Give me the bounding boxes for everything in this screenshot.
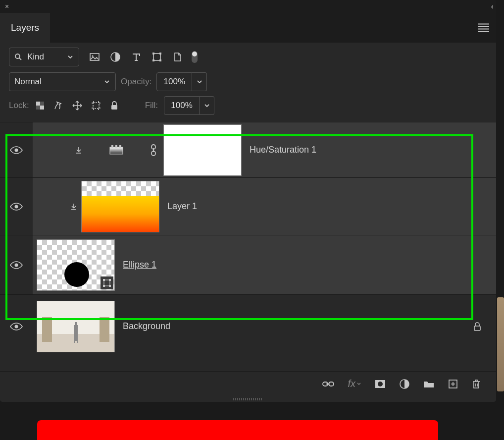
canvas-red-object <box>37 420 438 440</box>
visibility-icon[interactable] <box>10 146 23 155</box>
fill-value: 100% <box>171 101 192 110</box>
layer-row[interactable]: Layer 1 <box>0 178 496 235</box>
opacity-value: 100% <box>164 77 185 87</box>
search-icon <box>14 53 22 61</box>
panel-titlebar: × ‹‹ <box>0 0 496 13</box>
svg-rect-2 <box>90 54 99 60</box>
lock-image-icon[interactable] <box>53 100 64 111</box>
lock-artboard-icon[interactable] <box>91 100 101 111</box>
filter-row: Kind <box>0 43 496 70</box>
panel-menu-icon[interactable] <box>478 22 489 34</box>
opacity-label: Opacity: <box>121 77 151 87</box>
new-group-icon[interactable] <box>423 379 435 389</box>
filter-adjustment-icon[interactable] <box>110 52 121 62</box>
svg-rect-7 <box>159 53 161 55</box>
svg-rect-9 <box>159 59 161 61</box>
layer-link-icon <box>144 144 163 157</box>
layer-name[interactable]: Ellipse 1 <box>123 260 156 270</box>
close-icon[interactable]: × <box>5 3 9 10</box>
svg-rect-17 <box>111 105 117 110</box>
canvas-edge <box>497 297 504 391</box>
svg-point-0 <box>15 54 20 58</box>
blend-mode-select[interactable]: Normal <box>9 72 116 91</box>
clip-down-icon <box>66 203 81 211</box>
svg-point-18 <box>14 148 18 152</box>
svg-rect-22 <box>119 145 121 148</box>
tab-layers[interactable]: Layers <box>0 13 50 43</box>
new-adjustment-icon[interactable] <box>399 379 410 389</box>
filter-type-icon[interactable] <box>131 52 142 62</box>
new-layer-icon[interactable] <box>448 379 458 389</box>
lock-icon <box>472 322 482 331</box>
filter-smartobject-icon[interactable] <box>172 52 183 62</box>
fx-label: fx <box>348 378 355 389</box>
layer-mask-thumbnail[interactable] <box>163 124 242 176</box>
svg-point-26 <box>14 205 18 208</box>
fill-dropdown-button[interactable] <box>200 96 214 115</box>
lock-position-icon[interactable] <box>72 100 83 111</box>
svg-rect-31 <box>103 285 105 287</box>
lock-row: Lock: Fill: 100% <box>0 93 496 122</box>
svg-rect-30 <box>109 279 111 281</box>
svg-point-33 <box>14 325 18 328</box>
svg-rect-32 <box>109 285 111 287</box>
svg-rect-29 <box>103 279 105 281</box>
svg-point-11 <box>192 52 197 56</box>
fill-value-input[interactable]: 100% <box>164 96 200 115</box>
filter-shape-icon[interactable] <box>151 52 162 62</box>
chevron-down-icon <box>67 54 74 60</box>
blend-mode-value: Normal <box>14 77 42 87</box>
layer-name[interactable]: Background <box>123 321 170 331</box>
layer-name[interactable]: Layer 1 <box>167 201 197 212</box>
add-mask-icon[interactable] <box>374 379 386 389</box>
svg-rect-13 <box>40 106 44 110</box>
layer-thumbnail[interactable] <box>37 301 115 352</box>
layer-thumbnail[interactable] <box>37 239 115 291</box>
svg-rect-14 <box>40 102 44 106</box>
panel-resize-grip[interactable] <box>0 396 496 402</box>
layers-panel: × ‹‹ Layers Kind <box>0 0 496 402</box>
opacity-value-input[interactable]: 100% <box>156 72 192 91</box>
visibility-icon[interactable] <box>10 322 23 331</box>
svg-rect-34 <box>474 326 480 330</box>
svg-rect-6 <box>152 53 154 55</box>
layer-row[interactable]: Hue/Saturation 1 <box>0 122 496 178</box>
svg-rect-20 <box>111 145 113 148</box>
opacity-dropdown-button[interactable] <box>192 72 207 91</box>
layer-name[interactable]: Hue/Saturation 1 <box>250 145 316 155</box>
svg-point-27 <box>14 263 18 267</box>
chevron-down-icon <box>203 102 210 109</box>
svg-rect-5 <box>153 54 160 60</box>
filter-kind-label: Kind <box>27 52 44 62</box>
vector-badge-icon <box>101 276 113 289</box>
visibility-icon[interactable] <box>10 202 23 211</box>
layer-fx-icon[interactable]: fx <box>348 378 361 389</box>
filter-toggle-icon[interactable] <box>190 50 199 64</box>
layer-row[interactable]: Background <box>0 295 496 358</box>
filter-kind-select[interactable]: Kind <box>9 48 79 66</box>
fill-label: Fill: <box>145 101 158 110</box>
svg-point-39 <box>378 382 383 386</box>
chevron-down-icon <box>196 78 203 85</box>
svg-rect-19 <box>110 147 123 154</box>
layers-bottom-toolbar: fx <box>0 371 496 396</box>
svg-rect-12 <box>36 102 40 106</box>
lock-all-icon[interactable] <box>109 101 119 110</box>
lock-label: Lock: <box>9 101 29 110</box>
svg-rect-15 <box>36 106 40 110</box>
visibility-icon[interactable] <box>10 261 23 270</box>
lock-transparency-icon[interactable] <box>35 101 45 110</box>
svg-rect-16 <box>93 103 99 109</box>
chevron-down-icon <box>103 78 110 85</box>
delete-layer-icon[interactable] <box>471 379 481 389</box>
link-layers-icon[interactable] <box>322 380 335 388</box>
layer-list: Hue/Saturation 1 Layer 1 <box>0 122 496 358</box>
layer-thumbnail[interactable] <box>81 181 159 232</box>
clip-down-icon <box>71 146 86 154</box>
layer-row[interactable]: Ellipse 1 <box>0 235 496 295</box>
svg-rect-8 <box>152 59 154 61</box>
blend-row: Normal Opacity: 100% <box>0 70 496 93</box>
filter-pixel-icon[interactable] <box>89 52 100 62</box>
svg-rect-21 <box>115 145 117 148</box>
panel-tabbar: Layers <box>0 13 496 43</box>
